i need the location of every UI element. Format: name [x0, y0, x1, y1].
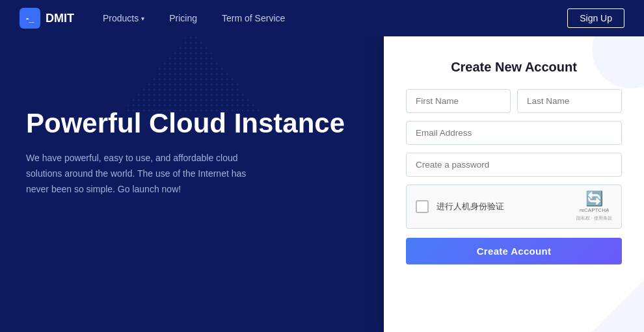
password-input[interactable] — [406, 153, 622, 177]
form-panel: Create New Account 进行人机身份验证 🔄 reCAPTCHA … — [384, 36, 644, 332]
logo-icon: -_ — [20, 8, 40, 29]
nav-pricing-label: Pricing — [169, 13, 197, 23]
recaptcha-logo: 🔄 reCAPTCHA 隐私权 · 使用条款 — [576, 192, 612, 222]
nav-item-pricing[interactable]: Pricing — [160, 8, 206, 29]
dots-pattern — [120, 36, 263, 114]
navbar: -_ DMIT Products ▾ Pricing Term of Servi… — [0, 0, 644, 36]
form-title: Create New Account — [406, 60, 622, 75]
email-input[interactable] — [406, 121, 622, 145]
nav-menu: Products ▾ Pricing Term of Service — [94, 8, 567, 29]
nav-tos-label: Term of Service — [222, 13, 285, 23]
hero-decoration — [120, 36, 263, 114]
recaptcha-widget[interactable]: 进行人机身份验证 🔄 reCAPTCHA 隐私权 · 使用条款 — [406, 185, 622, 229]
hero-subtitle: We have powerful, easy to use, and affor… — [26, 151, 260, 197]
logo[interactable]: -_ DMIT — [20, 8, 74, 29]
create-account-button[interactable]: Create Account — [406, 238, 622, 264]
nav-item-products[interactable]: Products ▾ — [94, 8, 154, 29]
last-name-input[interactable] — [517, 89, 622, 113]
recaptcha-checkbox[interactable] — [416, 200, 429, 213]
recaptcha-icon: 🔄 — [585, 192, 603, 206]
logo-text: DMIT — [46, 12, 74, 25]
navbar-actions: Sign Up — [567, 8, 624, 28]
chevron-down-icon: ▾ — [141, 15, 144, 22]
nav-products-label: Products — [103, 13, 139, 23]
bottom-decoration — [592, 280, 644, 332]
main-content: Powerful Cloud Instance We have powerful… — [0, 36, 644, 332]
hero-text: Powerful Cloud Instance We have powerful… — [26, 108, 358, 198]
recaptcha-label: 进行人机身份验证 — [436, 201, 576, 212]
recaptcha-sub: 隐私权 · 使用条款 — [576, 215, 612, 222]
nav-item-tos[interactable]: Term of Service — [213, 8, 294, 29]
hero-section: Powerful Cloud Instance We have powerful… — [0, 36, 384, 332]
sign-up-button[interactable]: Sign Up — [567, 8, 624, 28]
first-name-input[interactable] — [406, 89, 511, 113]
name-row — [406, 89, 622, 113]
recaptcha-brand: reCAPTCHA — [580, 207, 609, 214]
